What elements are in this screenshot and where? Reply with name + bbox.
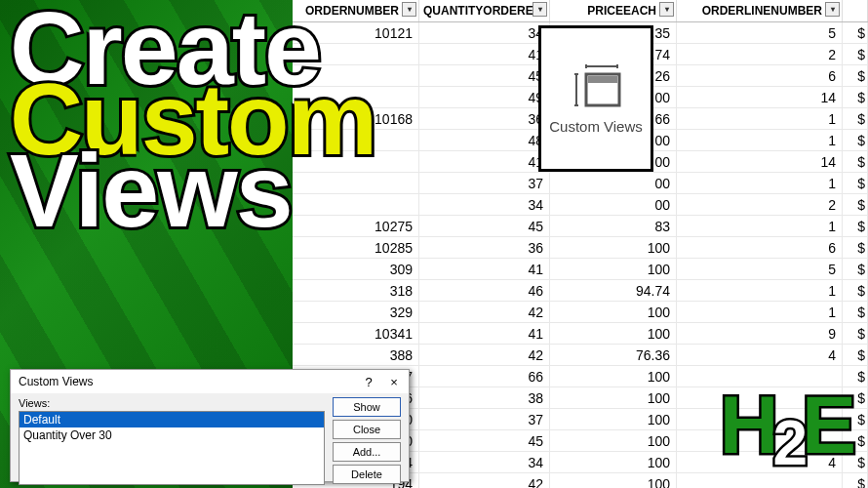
help-button[interactable]: ? (356, 373, 381, 390)
cell[interactable]: 36 (419, 237, 550, 258)
cell[interactable]: 100 (550, 302, 677, 322)
cell-dollar[interactable]: $ (843, 194, 868, 215)
cell[interactable]: 42 (419, 473, 550, 488)
filter-icon[interactable]: ▾ (402, 2, 416, 17)
cell[interactable]: 94.74 (550, 280, 677, 301)
table-row[interactable]: 309411005$ (293, 259, 868, 280)
cell-dollar[interactable]: $ (843, 22, 868, 43)
cell[interactable]: 76.36 (550, 345, 677, 365)
cell-dollar[interactable]: $ (843, 44, 868, 64)
cell[interactable]: 38 (419, 387, 550, 408)
cell[interactable]: 45 (419, 216, 550, 236)
cell[interactable]: 100 (550, 473, 677, 488)
table-row[interactable]: 34002$ (293, 194, 868, 216)
table-row[interactable]: 10285361006$ (293, 237, 868, 259)
cell[interactable]: 1 (677, 130, 843, 150)
delete-button[interactable]: Delete (333, 465, 401, 484)
list-item[interactable]: Quantity Over 30 (20, 427, 324, 443)
cell[interactable]: 318 (293, 280, 419, 301)
cell[interactable]: 1 (677, 302, 843, 322)
cell[interactable]: 46 (419, 280, 550, 301)
filter-icon[interactable]: ▾ (659, 2, 674, 17)
list-item[interactable]: Default (20, 412, 324, 427)
filter-icon[interactable]: ▾ (533, 2, 547, 17)
add-button[interactable]: Add... (333, 442, 401, 462)
cell[interactable]: 100 (550, 323, 677, 344)
cell[interactable]: 9 (677, 323, 843, 344)
cell-dollar[interactable]: $ (843, 108, 868, 129)
cell-dollar[interactable]: $ (843, 65, 868, 86)
views-listbox[interactable]: DefaultQuantity Over 30 (19, 411, 325, 485)
cell[interactable]: 100 (550, 366, 677, 386)
cell[interactable]: 4 (677, 345, 843, 365)
cell[interactable]: 37 (419, 409, 550, 429)
cell[interactable]: 329 (293, 302, 419, 322)
table-row[interactable]: 1027545831$ (293, 216, 868, 237)
cell[interactable]: 1 (677, 108, 843, 129)
col-priceeach[interactable]: PRICEEACH ▾ (550, 0, 677, 21)
table-row[interactable]: 3884276.364$ (293, 345, 868, 366)
close-button[interactable]: Close (333, 420, 401, 439)
cell-dollar[interactable]: $ (843, 151, 868, 172)
cell[interactable]: 10341 (293, 323, 419, 344)
custom-views-ribbon-button[interactable]: Custom Views (538, 25, 653, 172)
cell[interactable]: 100 (550, 430, 677, 451)
cell[interactable]: 100 (550, 452, 677, 472)
cell[interactable]: 00 (550, 194, 677, 215)
show-button[interactable]: Show (333, 397, 401, 417)
cell[interactable]: 100 (550, 237, 677, 258)
close-icon[interactable]: × (381, 373, 407, 390)
cell[interactable]: 5 (677, 22, 843, 43)
cell-dollar[interactable]: $ (843, 280, 868, 301)
cell-dollar[interactable]: $ (843, 173, 868, 193)
cell[interactable]: 41 (419, 323, 550, 344)
cell[interactable]: 66 (419, 366, 550, 386)
cell[interactable]: 34 (419, 194, 550, 215)
cell[interactable]: 41 (419, 44, 550, 64)
cell-dollar[interactable]: $ (843, 130, 868, 150)
cell[interactable]: 1 (677, 173, 843, 193)
cell-dollar[interactable]: $ (843, 237, 868, 258)
cell[interactable]: 6 (677, 65, 843, 86)
cell-dollar[interactable]: $ (843, 473, 868, 488)
cell[interactable]: 5 (677, 259, 843, 279)
cell[interactable]: 2 (677, 44, 843, 64)
cell[interactable]: 45 (419, 65, 550, 86)
cell-dollar[interactable]: $ (843, 345, 868, 365)
cell[interactable]: 100 (550, 387, 677, 408)
table-row[interactable]: 3184694.741$ (293, 280, 868, 302)
cell[interactable]: 34 (419, 452, 550, 472)
cell[interactable]: 36 (419, 108, 550, 129)
cell[interactable]: 48 (419, 130, 550, 150)
table-row[interactable]: 37001$ (293, 173, 868, 194)
cell[interactable]: 6 (677, 237, 843, 258)
cell[interactable]: 00 (550, 173, 677, 193)
cell-dollar[interactable]: $ (843, 323, 868, 344)
filter-icon[interactable]: ▾ (825, 2, 840, 17)
cell[interactable]: 37 (419, 173, 550, 193)
cell[interactable]: 41 (419, 151, 550, 172)
cell[interactable]: 388 (293, 345, 419, 365)
cell[interactable]: 14 (677, 87, 843, 107)
cell[interactable]: 34 (419, 22, 550, 43)
cell[interactable]: 1 (677, 280, 843, 301)
cell[interactable]: 100 (550, 409, 677, 429)
cell-dollar[interactable]: $ (843, 302, 868, 322)
cell-dollar[interactable]: $ (843, 87, 868, 107)
cell[interactable]: 42 (419, 302, 550, 322)
cell[interactable] (677, 473, 843, 488)
cell[interactable]: 83 (550, 216, 677, 236)
cell[interactable]: 14 (677, 151, 843, 172)
col-quantityordered[interactable]: QUANTITYORDERED ▾ (419, 0, 550, 21)
cell[interactable]: 41 (419, 259, 550, 279)
cell[interactable]: 45 (419, 430, 550, 451)
cell[interactable]: 309 (293, 259, 419, 279)
table-row[interactable]: 329421001$ (293, 302, 868, 323)
table-row[interactable]: 10341411009$ (293, 323, 868, 345)
dialog-titlebar[interactable]: Custom Views ? × (11, 370, 409, 393)
col-orderlinenumber[interactable]: ORDERLINENUMBER ▾ (677, 0, 843, 21)
cell[interactable]: 1 (677, 216, 843, 236)
cell[interactable]: 2 (677, 194, 843, 215)
cell[interactable]: 42 (419, 345, 550, 365)
cell[interactable]: 49 (419, 87, 550, 107)
